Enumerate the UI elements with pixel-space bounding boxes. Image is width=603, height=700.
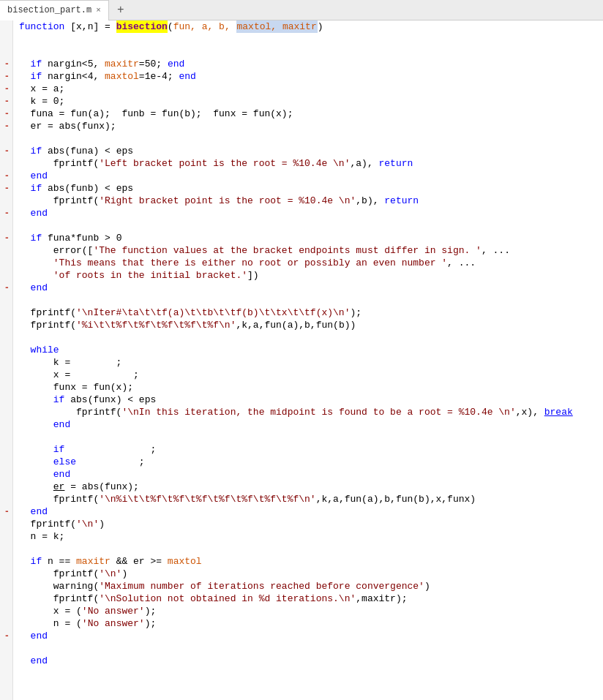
code-line-blank3	[19, 132, 603, 145]
code-line-52: end	[19, 655, 603, 667]
code-line-31: if abs(funx) < eps	[19, 394, 603, 406]
code-line-13: end	[19, 170, 603, 182]
code-line-45: fprintf('\n')	[19, 568, 603, 580]
line-marker-24	[0, 306, 12, 319]
line-marker-13: -	[0, 170, 12, 182]
code-line-39: fprintf('\n%i\t\t%f\t%f\t%f\t%f\t%f\t%f\…	[19, 493, 603, 505]
line-marker-23	[0, 294, 12, 306]
code-line-blank9	[19, 642, 603, 655]
code-area: - - - - - - - - - - - -	[0, 20, 603, 700]
code-line-44: if n == maxitr && er >= maxtol	[19, 555, 603, 568]
code-line-1: function [x,n] = bisection(fun, a, b, ma…	[19, 20, 603, 33]
tab-close-icon[interactable]: ×	[96, 6, 101, 15]
code-line-35: if ;	[19, 443, 603, 456]
line-marker-8: -	[0, 108, 12, 120]
code-line-46: warning('Maximum number of iterations re…	[19, 580, 603, 592]
line-marker-49	[0, 617, 12, 630]
line-marker-14: -	[0, 182, 12, 195]
code-line-28: k = ;	[19, 356, 603, 369]
code-line-32: fprintf('\nIn this iteration, the midpoi…	[19, 406, 603, 418]
code-line-8: funa = fun(a); funb = fun(b); funx = fun…	[19, 108, 603, 120]
line-marker-40: -	[0, 505, 12, 518]
code-line-15: fprintf('Right bracket point is the root…	[19, 195, 603, 207]
code-line-blank5	[19, 294, 603, 306]
line-marker-10	[0, 132, 12, 145]
code-line-9: er = abs(funx);	[19, 120, 603, 132]
code-line-36: else ;	[19, 456, 603, 468]
line-marker-17	[0, 219, 12, 232]
line-marker-27	[0, 344, 12, 356]
line-marker-47	[0, 592, 12, 605]
line-marker-34	[0, 431, 12, 443]
code-line-20: 'This means that there is either no root…	[19, 257, 603, 269]
line-marker-22: -	[0, 282, 12, 294]
editor-container: bisection_part.m × + - - - - - - - - - -…	[0, 0, 603, 700]
line-marker-21	[0, 269, 12, 282]
code-line-blank6	[19, 331, 603, 344]
line-marker-29	[0, 369, 12, 381]
line-marker-3	[0, 45, 12, 58]
code-line-5: if nargin<4, maxtol=1e-4; end	[19, 70, 603, 83]
tab-filename: bisection_part.m	[7, 5, 91, 15]
fn-bisection: bisection	[116, 20, 168, 33]
line-marker-36	[0, 456, 12, 468]
line-marker-42	[0, 530, 12, 543]
editor-tab[interactable]: bisection_part.m ×	[0, 0, 109, 20]
code-line-22: end	[19, 282, 603, 294]
code-line-21: 'of roots in the initial bracket.'])	[19, 269, 603, 282]
code-line-4: if nargin<5, maxitr=50; end	[19, 58, 603, 70]
line-marker-16: -	[0, 207, 12, 219]
code-line-11: if abs(funa) < eps	[19, 145, 603, 157]
code-line-16: end	[19, 207, 603, 219]
line-marker-35	[0, 443, 12, 456]
code-line-50: end	[19, 630, 603, 642]
line-marker-15	[0, 195, 12, 207]
code-line-42: n = k;	[19, 530, 603, 543]
code-line-25: fprintf('%i\t\t%f\t%f\t%f\t%f\t%f\n',k,a…	[19, 319, 603, 331]
line-marker-2	[0, 33, 12, 45]
code-lines-container: function [x,n] = bisection(fun, a, b, ma…	[13, 20, 603, 700]
line-marker-9: -	[0, 120, 12, 132]
code-line-blank7	[19, 431, 603, 443]
line-numbers: - - - - - - - - - - - -	[0, 20, 13, 700]
line-marker-32	[0, 406, 12, 418]
tab-add-icon[interactable]: +	[112, 1, 130, 19]
line-marker-43	[0, 543, 12, 555]
line-marker-20	[0, 257, 12, 269]
line-marker-4: -	[0, 58, 12, 70]
line-marker-6: -	[0, 83, 12, 95]
line-marker-19	[0, 244, 12, 257]
line-marker-37	[0, 468, 12, 481]
line-marker-52	[0, 655, 12, 667]
line-marker-41	[0, 518, 12, 530]
line-marker-31	[0, 394, 12, 406]
code-line-blank4	[19, 219, 603, 232]
code-line-48: x = ('No answer');	[19, 605, 603, 617]
code-line-41: fprintf('\n')	[19, 518, 603, 530]
tab-bar: bisection_part.m × +	[0, 0, 603, 20]
line-marker-51	[0, 642, 12, 655]
line-marker-30	[0, 381, 12, 394]
code-line-33: end	[19, 418, 603, 431]
line-marker-25	[0, 319, 12, 331]
code-line-blank8	[19, 543, 603, 555]
code-line-40: end	[19, 505, 603, 518]
line-marker-5: -	[0, 70, 12, 83]
line-marker-28	[0, 356, 12, 369]
code-line-6: x = a;	[19, 83, 603, 95]
code-line-47: fprintf('\nSolution not obtained in %d i…	[19, 592, 603, 605]
code-line-24: fprintf('\nIter#\ta\t\tf(a)\t\tb\t\tf(b)…	[19, 306, 603, 319]
line-marker-46	[0, 580, 12, 592]
code-line-19: error(['The function values at the brack…	[19, 244, 603, 257]
line-marker-18: -	[0, 232, 12, 244]
line-marker-48	[0, 605, 12, 617]
code-line-38: er = abs(funx);	[19, 481, 603, 493]
kw-function: function	[19, 20, 64, 33]
code-line-14: if abs(funb) < eps	[19, 182, 603, 195]
line-marker-45	[0, 568, 12, 580]
code-line-18: if funa*funb > 0	[19, 232, 603, 244]
line-marker-26	[0, 331, 12, 344]
line-marker-7: -	[0, 95, 12, 108]
code-line-7: k = 0;	[19, 95, 603, 108]
code-line-29: x = ;	[19, 369, 603, 381]
